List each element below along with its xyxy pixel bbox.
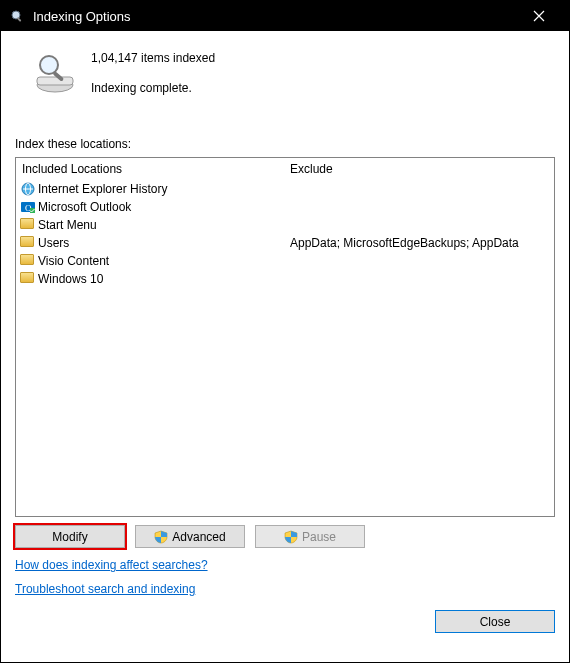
column-header-exclude[interactable]: Exclude — [284, 158, 554, 180]
close-button[interactable] — [516, 1, 561, 31]
list-item[interactable]: Users AppData; MicrosoftEdgeBackups; App… — [16, 234, 554, 252]
list-item[interactable]: O Microsoft Outlook — [16, 198, 554, 216]
ie-icon — [20, 181, 36, 197]
shield-icon — [154, 530, 168, 544]
folder-icon — [20, 217, 36, 233]
outlook-icon: O — [20, 199, 36, 215]
folder-icon — [20, 253, 36, 269]
content-area: 1,04,147 items indexed Indexing complete… — [1, 31, 569, 662]
indexing-options-icon — [9, 8, 25, 24]
indexing-options-window: Indexing Options 1,04,147 items indexed … — [0, 0, 570, 663]
item-label: Internet Explorer History — [38, 182, 167, 196]
footer: Close — [15, 610, 555, 633]
locations-list: Included Locations Exclude Internet Expl… — [15, 157, 555, 517]
status-text: 1,04,147 items indexed Indexing complete… — [91, 51, 215, 95]
items-indexed-count: 1,04,147 items indexed — [91, 51, 215, 65]
item-label: Visio Content — [38, 254, 109, 268]
advanced-label: Advanced — [172, 530, 225, 544]
list-body: Internet Explorer History O Microsoft Ou… — [16, 180, 554, 516]
advanced-button[interactable]: Advanced — [135, 525, 245, 548]
shield-icon — [284, 530, 298, 544]
close-main-button[interactable]: Close — [435, 610, 555, 633]
item-label: Microsoft Outlook — [38, 200, 131, 214]
action-buttons: Modify Advanced Pause — [15, 525, 555, 548]
troubleshoot-link[interactable]: Troubleshoot search and indexing — [15, 582, 195, 596]
list-header: Included Locations Exclude — [16, 158, 554, 180]
how-indexing-link[interactable]: How does indexing affect searches? — [15, 558, 208, 572]
titlebar: Indexing Options — [1, 1, 569, 31]
column-header-included[interactable]: Included Locations — [16, 158, 284, 180]
indexing-state: Indexing complete. — [91, 81, 215, 95]
item-label: Users — [38, 236, 69, 250]
item-label: Windows 10 — [38, 272, 103, 286]
item-exclude: AppData; MicrosoftEdgeBackups; AppData — [284, 236, 554, 250]
item-label: Start Menu — [38, 218, 97, 232]
pause-label: Pause — [302, 530, 336, 544]
window-title: Indexing Options — [33, 9, 516, 24]
modify-button[interactable]: Modify — [15, 525, 125, 548]
list-item[interactable]: Windows 10 — [16, 270, 554, 288]
locations-label: Index these locations: — [15, 137, 555, 151]
status-row: 1,04,147 items indexed Indexing complete… — [15, 49, 555, 97]
list-item[interactable]: Visio Content — [16, 252, 554, 270]
svg-rect-3 — [37, 77, 73, 85]
list-item[interactable]: Start Menu — [16, 216, 554, 234]
close-icon — [533, 10, 545, 22]
folder-icon — [20, 271, 36, 287]
pause-button: Pause — [255, 525, 365, 548]
svg-point-4 — [40, 56, 58, 74]
help-links: How does indexing affect searches? Troub… — [15, 558, 555, 596]
magnifier-drive-icon — [31, 49, 79, 97]
folder-icon — [20, 235, 36, 251]
list-item[interactable]: Internet Explorer History — [16, 180, 554, 198]
